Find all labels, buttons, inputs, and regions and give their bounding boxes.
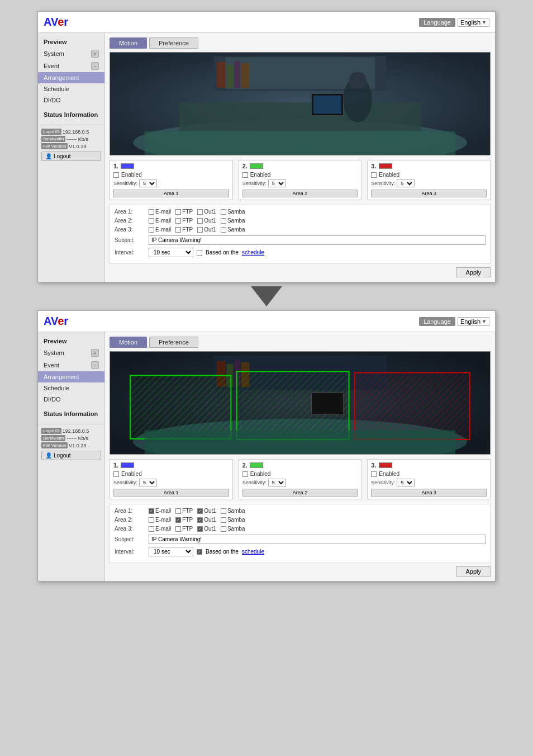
tabs: Motion Preference bbox=[110, 37, 491, 49]
area-2-3-out1-label: Out1 bbox=[204, 526, 216, 532]
area-2-3-email-checkbox[interactable] bbox=[149, 526, 154, 532]
setting-2-subject-row: Subject: bbox=[115, 535, 486, 544]
area-3-ftp-checkbox[interactable] bbox=[175, 227, 181, 233]
main-content: Preview System + Event - Arrangement Sch… bbox=[38, 33, 495, 282]
person-icon: 👤 bbox=[45, 153, 52, 159]
sidebar-item-system[interactable]: System + bbox=[38, 48, 104, 60]
tab-preference-2[interactable]: Preference bbox=[149, 337, 198, 348]
setting-area-3-label: Area 3: bbox=[115, 226, 145, 233]
schedule-link[interactable]: schedule bbox=[242, 249, 264, 256]
schedule-link-2[interactable]: schedule bbox=[242, 549, 264, 555]
area-1-enabled-checkbox[interactable] bbox=[113, 172, 119, 178]
area-2-2-samba-checkbox[interactable] bbox=[221, 517, 226, 523]
area-1-sensitivity-select[interactable]: 5 bbox=[139, 179, 157, 187]
sidebar-2-event[interactable]: Event - bbox=[38, 359, 104, 371]
area-2-1-sensitivity-select[interactable]: 5 bbox=[139, 479, 157, 486]
area-2-ftp-checkbox[interactable] bbox=[175, 218, 181, 224]
sidebar-item-dido[interactable]: DI/DO bbox=[38, 94, 104, 106]
area-2-2-enabled-checkbox[interactable] bbox=[242, 471, 248, 477]
setting-area-1-row: Area 1: E-mail FTP bbox=[115, 209, 486, 215]
area-3-sens-label: Sensitivity: bbox=[371, 181, 395, 186]
apply-button-before[interactable]: Apply bbox=[456, 267, 491, 277]
based-on-schedule-checkbox-2[interactable]: ✓ bbox=[197, 549, 202, 555]
sidebar-2-arrangement[interactable]: Arrangement bbox=[38, 371, 104, 382]
area-2-1-button[interactable]: Area 1 bbox=[113, 489, 229, 497]
sidebar-item-arrangement[interactable]: Arrangement bbox=[38, 72, 104, 83]
sidebar-item-event[interactable]: Event - bbox=[38, 60, 104, 72]
language-label: Language bbox=[419, 18, 455, 27]
logout-button-2[interactable]: 👤 Logout bbox=[41, 451, 101, 460]
sidebar-2-schedule[interactable]: Schedule bbox=[38, 382, 104, 394]
area-2-2-ftp-checkbox[interactable]: ✓ bbox=[175, 517, 181, 523]
area-2-1-email-checkbox[interactable]: ✓ bbox=[149, 508, 154, 514]
area-2-1-ftp-checkbox[interactable] bbox=[175, 508, 181, 514]
area-1-email-item: E-mail bbox=[149, 209, 171, 215]
sidebar-2-status[interactable]: Status Information bbox=[38, 408, 104, 419]
area-3-sensitivity-select[interactable]: 5 bbox=[397, 179, 415, 187]
area-2-1-out1-checkbox[interactable]: ✓ bbox=[197, 508, 203, 514]
area-2-3-enabled-checkbox[interactable] bbox=[371, 471, 377, 477]
scene-background bbox=[110, 53, 490, 155]
area-2-sensitivity-select[interactable]: 5 bbox=[268, 179, 286, 187]
area-2-out1-checkbox[interactable] bbox=[197, 218, 203, 224]
area-3-samba-checkbox[interactable] bbox=[221, 227, 226, 233]
settings-section-before: Area 1: E-mail FTP bbox=[110, 205, 491, 264]
sidebar-item-schedule[interactable]: Schedule bbox=[38, 83, 104, 94]
area-2-3-samba-item: Samba bbox=[221, 526, 245, 532]
sidebar-item-status[interactable]: Status Information bbox=[38, 109, 104, 120]
area-1-out1-checkbox[interactable] bbox=[197, 209, 203, 215]
sidebar-2-dido[interactable]: DI/DO bbox=[38, 394, 104, 405]
sidebar-item-preview[interactable]: Preview bbox=[38, 36, 104, 48]
area-2-3-out1-checkbox[interactable]: ✓ bbox=[197, 526, 203, 532]
area-2-3-button[interactable]: Area 3 bbox=[371, 489, 487, 497]
area-3-out1-checkbox[interactable] bbox=[197, 227, 203, 233]
area-2-2-out1-label: Out1 bbox=[204, 517, 216, 523]
subject-input[interactable] bbox=[149, 235, 486, 245]
area-block-2: 2. Enabled Sensitivity: 5 bbox=[239, 160, 362, 200]
area-2-3-sensitivity-select[interactable]: 5 bbox=[397, 479, 415, 486]
based-on-schedule-checkbox[interactable] bbox=[197, 250, 202, 256]
language-select[interactable]: English ▼ bbox=[458, 18, 489, 27]
area-1-ftp-checkbox[interactable] bbox=[175, 209, 181, 215]
language-select-2[interactable]: English ▼ bbox=[458, 317, 489, 326]
area-2-2-button[interactable]: Area 2 bbox=[242, 489, 358, 497]
area-1-samba-checkbox[interactable] bbox=[221, 209, 226, 215]
area-2-2-samba-item: Samba bbox=[221, 517, 245, 523]
area-1-header: 1. bbox=[113, 163, 229, 169]
area-2-button[interactable]: Area 2 bbox=[242, 190, 358, 197]
area-3-button[interactable]: Area 3 bbox=[371, 190, 487, 197]
area-2-1-enabled-checkbox[interactable] bbox=[113, 471, 119, 477]
area-3-out1-item: Out1 bbox=[197, 226, 216, 233]
interval-select[interactable]: 10 sec bbox=[149, 248, 193, 257]
area-2-2-sensitivity-select[interactable]: 5 bbox=[268, 479, 286, 486]
area-2-2-out1-checkbox[interactable]: ✓ bbox=[197, 517, 203, 523]
area-2-3-ftp-checkbox[interactable] bbox=[175, 526, 181, 532]
area-3-enabled-checkbox[interactable] bbox=[371, 172, 377, 178]
sidebar: Preview System + Event - Arrangement Sch… bbox=[38, 33, 105, 282]
area-2-enabled-checkbox[interactable] bbox=[242, 172, 248, 178]
logo-av-2: AV bbox=[44, 315, 58, 327]
area-2-samba-checkbox[interactable] bbox=[221, 218, 226, 224]
logout-button[interactable]: 👤 Logout bbox=[41, 152, 101, 161]
language-bar: Language English ▼ bbox=[419, 18, 489, 27]
subject-input-2[interactable] bbox=[149, 535, 486, 544]
area-1-button[interactable]: Area 1 bbox=[113, 190, 229, 197]
sidebar-2-system[interactable]: System + bbox=[38, 347, 104, 359]
area-2-3-color bbox=[379, 462, 392, 468]
area-2-3-samba-checkbox[interactable] bbox=[221, 526, 226, 532]
area-2-1-samba-checkbox[interactable] bbox=[221, 508, 226, 514]
interval-select-2[interactable]: 10 sec bbox=[149, 547, 193, 556]
apply-button-after[interactable]: Apply bbox=[456, 566, 491, 577]
area-3-email-checkbox[interactable] bbox=[149, 227, 154, 233]
tabs-2: Motion Preference bbox=[110, 337, 491, 348]
tab-motion[interactable]: Motion bbox=[110, 37, 147, 49]
area-2-1-sens-label: Sensitivity: bbox=[113, 480, 137, 485]
tab-preference[interactable]: Preference bbox=[149, 37, 198, 49]
area-2-2-email-checkbox[interactable] bbox=[149, 517, 154, 523]
area-2-email-checkbox[interactable] bbox=[149, 218, 154, 224]
tab-motion-2[interactable]: Motion bbox=[110, 337, 147, 348]
area-block-2-1: 1. Enabled Sensitivity: 5 bbox=[110, 459, 233, 499]
sidebar-2-preview[interactable]: Preview bbox=[38, 336, 104, 347]
setting-2-area-3-label: Area 3: bbox=[115, 526, 145, 532]
area-1-email-checkbox[interactable] bbox=[149, 209, 154, 215]
